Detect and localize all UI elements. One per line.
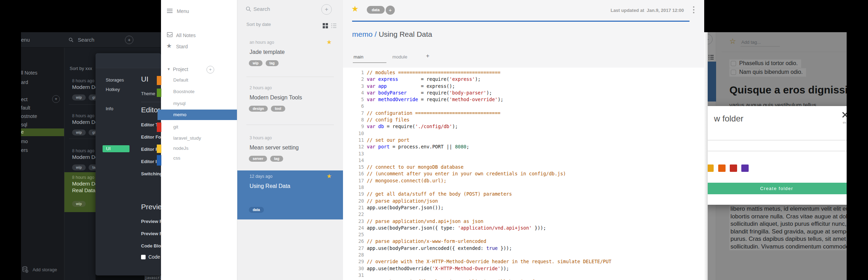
project-label[interactable]: Project bbox=[173, 66, 188, 72]
sidebar-item-starred[interactable]: ard bbox=[21, 79, 28, 85]
tab-module[interactable]: module bbox=[392, 54, 407, 59]
sidebar-folder-item[interactable]: e bbox=[21, 128, 64, 136]
sidebar-folder-item[interactable]: ers bbox=[21, 147, 64, 154]
sidebar-folder-item[interactable]: mo bbox=[21, 138, 64, 146]
dark-sidebar: ll Notes ard ect + faultostnotesqlemoers bbox=[21, 48, 64, 280]
folder-color-swatch[interactable] bbox=[730, 164, 737, 172]
sidebar-folder-item[interactable]: mysql bbox=[173, 101, 186, 106]
sidebar-folder-item[interactable]: css bbox=[173, 155, 180, 161]
note-list-item[interactable]: 2 hours agoModern Design Toolsdesigntool bbox=[237, 82, 343, 117]
note-list-item[interactable]: an hours ago★Jade templatewiptag bbox=[237, 36, 343, 71]
add-folder-button[interactable]: + bbox=[206, 66, 214, 74]
menu-label[interactable]: enu bbox=[21, 37, 30, 43]
sidebar-folder-item[interactable]: ostnote bbox=[21, 113, 64, 120]
line-number: 9 bbox=[351, 123, 364, 130]
line-number: 11 bbox=[351, 137, 364, 144]
star-toggle-icon[interactable]: ★ bbox=[351, 4, 359, 14]
breadcrumb-separator: / bbox=[372, 30, 379, 38]
add-tag-button[interactable]: + bbox=[386, 6, 395, 15]
preview-setting-3[interactable]: Code Blo bbox=[141, 243, 161, 248]
note-list-item[interactable]: 12 days ago★Using Real Datadata bbox=[237, 170, 343, 219]
code-line: 29// override with the X-HTTP-Method-Ove… bbox=[351, 258, 611, 265]
code-editor[interactable]: 1// modules ============================… bbox=[343, 68, 704, 280]
list-view-icon[interactable] bbox=[331, 23, 336, 28]
line-number: 17 bbox=[351, 177, 364, 184]
settings-nav-ui-active[interactable]: UI bbox=[103, 145, 130, 152]
grid-view-icon[interactable] bbox=[323, 23, 328, 28]
line-number: 22 bbox=[351, 211, 364, 218]
note-title: Modern Design Tools bbox=[250, 94, 302, 101]
code-line: 19// get all data/stuff of the body (POS… bbox=[351, 191, 611, 197]
code-line: 22 bbox=[351, 211, 611, 218]
code-line: 24app.use(bodyParser.json({ type: 'appli… bbox=[351, 225, 611, 231]
sidebar-folder-item[interactable]: Default bbox=[173, 77, 188, 83]
folder-name-input[interactable] bbox=[708, 140, 847, 151]
panel-gap-shadow bbox=[704, 32, 708, 280]
theme-setting-label[interactable]: Theme bbox=[141, 91, 155, 96]
menu-label[interactable]: Menu bbox=[177, 8, 189, 14]
hamburger-icon[interactable] bbox=[167, 9, 173, 9]
settings-nav-info[interactable]: Info bbox=[106, 106, 113, 111]
sidebar-folder-item[interactable]: sql bbox=[21, 121, 64, 129]
sidebar-folder-item[interactable]: git bbox=[173, 124, 178, 130]
breadcrumb-folder[interactable]: memo bbox=[352, 30, 372, 38]
kebab-menu-icon[interactable] bbox=[693, 6, 694, 8]
add-folder-button[interactable]: + bbox=[52, 95, 60, 103]
sidebar-folder-item[interactable]: laravel_study bbox=[173, 135, 201, 141]
close-icon[interactable] bbox=[842, 112, 847, 118]
search-input[interactable]: Search bbox=[253, 6, 270, 12]
tag-badge: wip bbox=[72, 164, 86, 170]
line-number: 1 bbox=[351, 69, 364, 76]
note-divider bbox=[246, 125, 334, 125]
folder-color-swatch[interactable] bbox=[708, 164, 714, 172]
editor-setting-5[interactable]: Switching bbox=[141, 171, 161, 176]
new-note-button[interactable]: + bbox=[321, 4, 332, 15]
editor-setting-2[interactable]: Editor Fo bbox=[141, 134, 161, 140]
folder-color-swatch[interactable] bbox=[741, 164, 749, 172]
add-tab-button[interactable]: + bbox=[426, 52, 429, 59]
sidebar-folder-item[interactable]: nodeJs bbox=[173, 146, 189, 151]
code-line: 23// parse application/vnd.api+json as j… bbox=[351, 218, 611, 225]
note-timestamp: an hours ago bbox=[250, 40, 274, 45]
sidebar-project-label[interactable]: ect bbox=[21, 97, 28, 102]
preview-setting-2[interactable]: Preview F bbox=[141, 231, 161, 236]
code-block-checkbox[interactable] bbox=[141, 255, 146, 259]
note-timestamp: 3 hours ago bbox=[250, 135, 272, 140]
line-number: 15 bbox=[351, 164, 364, 170]
line-number: 23 bbox=[351, 218, 364, 225]
tab-main[interactable]: main bbox=[354, 54, 363, 59]
note-timestamp: 8 hours ago bbox=[72, 113, 94, 118]
note-detail-panel: ★ data + Last updated at Jan.9, 2017 12:… bbox=[343, 0, 704, 280]
line-number: 12 bbox=[351, 144, 364, 150]
new-note-button[interactable]: + bbox=[125, 36, 133, 44]
light-theme-app: Menu All Notes ★ Stard ▼ Project + Defau… bbox=[161, 0, 704, 280]
note-tag-badge[interactable]: data bbox=[367, 6, 385, 14]
sort-by-label[interactable]: Sort by xxx bbox=[70, 66, 92, 71]
dimmed-app-with-modal: + ☆ Add tag... Phasellus id tortor odio.… bbox=[708, 32, 847, 280]
preview-setting-1[interactable]: Preview F bbox=[141, 219, 161, 224]
all-notes-icon bbox=[167, 32, 173, 37]
create-folder-button[interactable]: Create folder bbox=[708, 183, 847, 194]
note-timestamp: 2 hours ago bbox=[250, 85, 272, 90]
sidebar-folder-item-selected[interactable]: memo bbox=[158, 110, 237, 120]
add-storage-button[interactable]: Add storage bbox=[22, 266, 57, 273]
sort-by-label[interactable]: Sort by date bbox=[246, 22, 271, 27]
settings-nav-hotkey[interactable]: Hotkey bbox=[106, 87, 120, 92]
sidebar-item-all-notes[interactable]: All Notes bbox=[176, 33, 196, 38]
note-tags: wip bbox=[72, 200, 89, 207]
star-icon: ★ bbox=[166, 42, 172, 50]
sidebar-item-all-notes[interactable]: ll Notes bbox=[21, 70, 37, 76]
line-number: 16 bbox=[351, 170, 364, 177]
line-number: 2 bbox=[351, 76, 364, 83]
sidebar-folder-item[interactable]: Boostnote bbox=[173, 89, 195, 94]
settings-nav-storages[interactable]: Storages bbox=[106, 77, 124, 83]
note-divider bbox=[246, 77, 334, 77]
chevron-down-icon[interactable]: ▼ bbox=[167, 67, 170, 71]
note-list-item[interactable]: 3 hours agoMean server settingservertag bbox=[237, 132, 343, 167]
code-line: 31 bbox=[351, 272, 611, 279]
folder-color-swatch[interactable] bbox=[718, 164, 726, 172]
tag-badge: tag bbox=[270, 156, 283, 162]
sidebar-folder-item[interactable]: fault bbox=[21, 104, 64, 112]
search-input[interactable]: Search bbox=[69, 37, 94, 43]
sidebar-item-starred[interactable]: Stard bbox=[176, 44, 188, 49]
